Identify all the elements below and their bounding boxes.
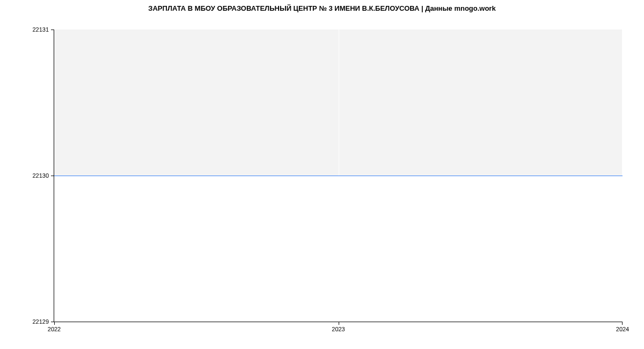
x-tick <box>339 322 339 325</box>
chart-container: ЗАРПЛАТА В МБОУ ОБРАЗОВАТЕЛЬНЫЙ ЦЕНТР № … <box>0 0 644 349</box>
x-tick-label: 2024 <box>616 326 629 332</box>
chart-title: ЗАРПЛАТА В МБОУ ОБРАЗОВАТЕЛЬНЫЙ ЦЕНТР № … <box>0 0 644 12</box>
x-tick <box>622 322 623 325</box>
y-tick-label: 22130 <box>32 172 49 179</box>
plot-area: 22131 22130 22129 2022 2023 2024 <box>54 30 623 322</box>
y-tick-label: 22129 <box>32 318 49 325</box>
x-tick-label: 2023 <box>332 326 345 332</box>
y-tick-label: 22131 <box>32 26 49 33</box>
x-tick <box>54 322 55 325</box>
series-line-salary <box>54 176 623 176</box>
y-tick <box>51 30 54 30</box>
x-tick-label: 2022 <box>48 326 61 332</box>
